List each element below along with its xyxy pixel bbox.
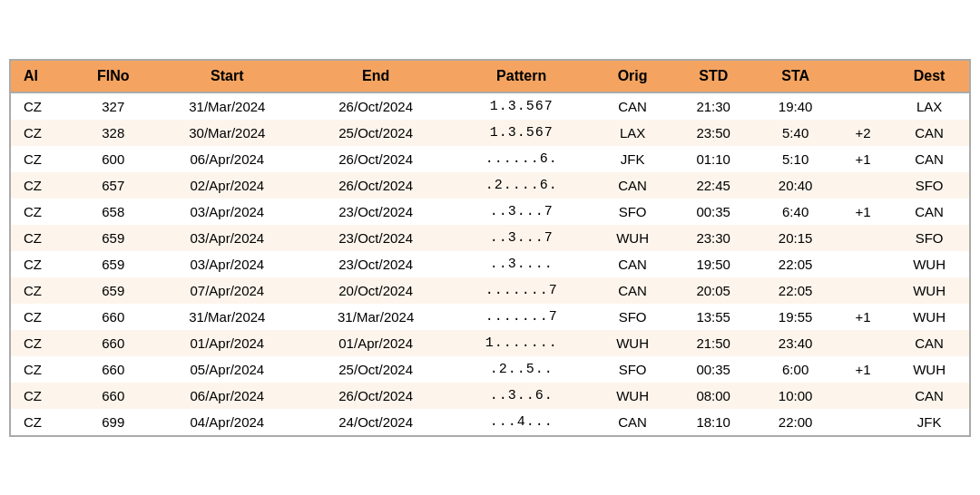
cell-pattern: ..3...7	[450, 225, 593, 251]
table-row: CZ66005/Apr/202425/Oct/2024.2..5..SFO00:…	[11, 356, 969, 383]
table-header-row: Al FlNo Start End Pattern Orig STD STA D…	[11, 61, 969, 92]
cell-std: 22:45	[672, 172, 754, 199]
cell-dest: WUH	[889, 251, 969, 277]
cell-start: 06/Apr/2024	[152, 146, 301, 172]
cell-flno: 657	[74, 172, 152, 199]
cell-sta: 23:40	[754, 330, 836, 356]
cell-offset: +1	[837, 304, 889, 330]
table-row: CZ65903/Apr/202423/Oct/2024..3....CAN19:…	[11, 251, 969, 277]
cell-flno: 328	[74, 120, 152, 146]
cell-flno: 327	[74, 92, 152, 120]
col-dest: Dest	[889, 61, 969, 92]
cell-sta: 6:40	[754, 199, 836, 225]
col-al: Al	[11, 61, 74, 92]
cell-al: CZ	[11, 199, 74, 225]
cell-sta: 19:40	[754, 92, 836, 120]
cell-dest: SFO	[889, 225, 969, 251]
cell-pattern: .2..5..	[450, 356, 593, 383]
col-offset	[837, 61, 889, 92]
cell-end: 25/Oct/2024	[301, 120, 450, 146]
cell-pattern: 1.3.567	[450, 92, 593, 120]
cell-start: 07/Apr/2024	[152, 277, 301, 304]
cell-offset	[837, 383, 889, 409]
cell-al: CZ	[11, 120, 74, 146]
cell-pattern: ......6.	[450, 146, 593, 172]
cell-flno: 659	[74, 251, 152, 277]
cell-end: 23/Oct/2024	[301, 251, 450, 277]
cell-pattern: ..3....	[450, 251, 593, 277]
cell-std: 13:55	[672, 304, 754, 330]
cell-std: 01:10	[672, 146, 754, 172]
col-end: End	[301, 61, 450, 92]
cell-al: CZ	[11, 330, 74, 356]
cell-start: 01/Apr/2024	[152, 330, 301, 356]
col-sta: STA	[754, 61, 836, 92]
cell-end: 26/Oct/2024	[301, 146, 450, 172]
cell-flno: 600	[74, 146, 152, 172]
table-row: CZ65903/Apr/202423/Oct/2024..3...7WUH23:…	[11, 225, 969, 251]
cell-orig: SFO	[593, 304, 672, 330]
cell-sta: 22:00	[754, 409, 836, 435]
table-row: CZ66031/Mar/202431/Mar/2024.......7SFO13…	[11, 304, 969, 330]
cell-offset	[837, 277, 889, 304]
cell-end: 01/Apr/2024	[301, 330, 450, 356]
cell-orig: WUH	[593, 330, 672, 356]
cell-orig: WUH	[593, 383, 672, 409]
cell-end: 23/Oct/2024	[301, 225, 450, 251]
cell-dest: CAN	[889, 199, 969, 225]
cell-orig: SFO	[593, 356, 672, 383]
cell-end: 24/Oct/2024	[301, 409, 450, 435]
cell-orig: CAN	[593, 172, 672, 199]
cell-al: CZ	[11, 304, 74, 330]
cell-offset	[837, 251, 889, 277]
cell-pattern: ...4...	[450, 409, 593, 435]
cell-std: 18:10	[672, 409, 754, 435]
cell-flno: 660	[74, 330, 152, 356]
cell-pattern: 1.3.567	[450, 120, 593, 146]
cell-std: 23:30	[672, 225, 754, 251]
cell-orig: CAN	[593, 277, 672, 304]
cell-pattern: .......7	[450, 277, 593, 304]
cell-end: 26/Oct/2024	[301, 92, 450, 120]
cell-start: 02/Apr/2024	[152, 172, 301, 199]
table-row: CZ66006/Apr/202426/Oct/2024..3..6.WUH08:…	[11, 383, 969, 409]
cell-std: 08:00	[672, 383, 754, 409]
cell-flno: 658	[74, 199, 152, 225]
cell-orig: SFO	[593, 199, 672, 225]
cell-start: 06/Apr/2024	[152, 383, 301, 409]
cell-dest: CAN	[889, 146, 969, 172]
cell-orig: WUH	[593, 225, 672, 251]
cell-flno: 659	[74, 277, 152, 304]
cell-orig: CAN	[593, 251, 672, 277]
cell-start: 31/Mar/2024	[152, 92, 301, 120]
cell-dest: SFO	[889, 172, 969, 199]
cell-sta: 5:10	[754, 146, 836, 172]
cell-al: CZ	[11, 172, 74, 199]
cell-orig: CAN	[593, 92, 672, 120]
cell-std: 00:35	[672, 356, 754, 383]
cell-sta: 19:55	[754, 304, 836, 330]
cell-orig: CAN	[593, 409, 672, 435]
cell-sta: 22:05	[754, 251, 836, 277]
cell-end: 23/Oct/2024	[301, 199, 450, 225]
cell-start: 31/Mar/2024	[152, 304, 301, 330]
cell-orig: LAX	[593, 120, 672, 146]
cell-dest: CAN	[889, 120, 969, 146]
cell-al: CZ	[11, 356, 74, 383]
cell-std: 20:05	[672, 277, 754, 304]
cell-start: 03/Apr/2024	[152, 199, 301, 225]
cell-sta: 5:40	[754, 120, 836, 146]
cell-std: 23:50	[672, 120, 754, 146]
table-row: CZ65907/Apr/202420/Oct/2024.......7CAN20…	[11, 277, 969, 304]
cell-offset	[837, 172, 889, 199]
cell-flno: 659	[74, 225, 152, 251]
cell-flno: 660	[74, 383, 152, 409]
cell-dest: WUH	[889, 277, 969, 304]
table-row: CZ60006/Apr/202426/Oct/2024......6.JFK01…	[11, 146, 969, 172]
cell-sta: 20:40	[754, 172, 836, 199]
cell-al: CZ	[11, 92, 74, 120]
cell-dest: JFK	[889, 409, 969, 435]
table-row: CZ32731/Mar/202426/Oct/20241.3.567CAN21:…	[11, 92, 969, 120]
cell-end: 26/Oct/2024	[301, 172, 450, 199]
table-row: CZ69904/Apr/202424/Oct/2024...4...CAN18:…	[11, 409, 969, 435]
